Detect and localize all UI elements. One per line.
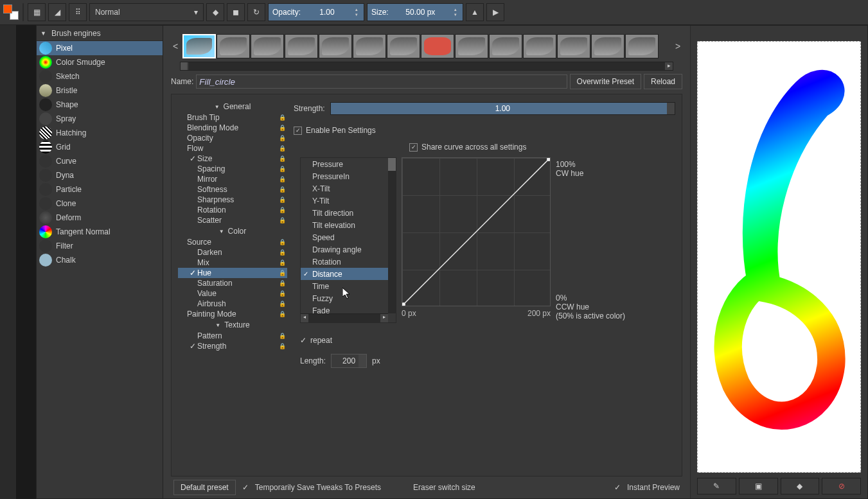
sensor-item[interactable]: Tilt direction [301,207,396,219]
option-item[interactable]: Rotation🔒 [178,205,287,215]
brush-engines-header[interactable]: ▼ Brush engines [37,26,163,41]
opacity-spinner[interactable]: ▴▾ [353,7,360,17]
preset-thumb[interactable] [319,34,352,58]
engine-item[interactable]: Dyna [37,168,163,182]
mirror-v-button[interactable]: ▶ [486,3,504,21]
sensor-hscroll[interactable]: ◂▸ [301,313,388,322]
preset-thumb[interactable] [421,34,454,58]
option-item[interactable]: Scatter🔒 [178,215,287,225]
engine-item[interactable]: Spray [37,112,163,126]
enable-pen-checkbox[interactable]: ✓ [294,127,302,135]
preset-name-input[interactable] [196,74,567,89]
option-item[interactable]: Brush Tip🔒 [178,112,287,123]
preset-scrollbar[interactable]: ◂ ▸ [180,62,673,71]
preset-scroll-left[interactable]: < [171,41,180,51]
sensor-item[interactable]: Tilt elevation [301,219,396,231]
opacity-field[interactable]: Opacity: 1.00 ▴▾ [268,3,364,21]
strength-slider[interactable]: 1.00 [330,102,675,115]
engine-item[interactable]: Pixel [37,41,163,55]
share-curve-checkbox[interactable]: ✓ [409,143,418,152]
sensor-vscroll[interactable] [388,158,396,313]
option-item[interactable]: Mirror🔒 [178,174,287,184]
engine-item[interactable]: Chalk [37,253,163,267]
option-item[interactable]: Blending Mode🔒 [178,123,287,133]
option-item[interactable]: Flow🔒 [178,143,287,153]
size-field[interactable]: Size: 50.00 px ▴▾ [367,3,463,21]
preset-thumb[interactable] [455,34,488,58]
options-section-general[interactable]: ▼General [178,101,287,112]
sensor-item[interactable]: Drawing angle [301,243,396,256]
sensor-item[interactable]: Pressure [301,158,396,170]
mirror-h-button[interactable]: ▲ [466,3,484,21]
sensor-item[interactable]: ✓Distance [301,268,396,280]
options-section-color[interactable]: ▼Color [178,225,287,237]
brush-editor-button[interactable]: ⠿ [69,3,87,21]
overwrite-preset-button[interactable]: Overwrite Preset [570,74,641,89]
option-item[interactable]: Sharpness🔒 [178,195,287,205]
engine-item[interactable]: Tangent Normal [37,225,163,239]
engine-item[interactable]: Deform [37,211,163,225]
option-item[interactable]: Spacing🔒 [178,164,287,174]
engine-item[interactable]: Shape [37,98,163,112]
option-item[interactable]: Airbrush🔒 [178,299,287,309]
option-item[interactable]: Value🔒 [178,288,287,299]
preset-thumb[interactable] [217,34,250,58]
curve-editor[interactable] [402,157,551,306]
repeat-checkbox[interactable]: ✓ [300,336,306,345]
engine-item[interactable]: Color Smudge [37,55,163,69]
alpha-lock-toggle[interactable]: ◼ [227,3,245,21]
engine-item[interactable]: Particle [37,182,163,197]
sensor-item[interactable]: Y-Tilt [301,195,396,207]
options-section-texture[interactable]: ▼Texture [178,319,287,331]
preset-thumb[interactable] [489,34,522,58]
engine-item[interactable]: Filter [37,239,163,253]
engine-item[interactable]: Hatching [37,126,163,140]
preset-thumb[interactable] [591,34,624,58]
temp-save-checkbox[interactable]: ✓ [242,483,249,492]
preset-thumb[interactable] [353,34,386,58]
preset-thumb[interactable] [182,34,216,58]
preview-brush-button[interactable]: ✎ [697,478,736,495]
option-item[interactable]: ✓Hue🔒 [178,268,287,278]
option-item[interactable]: ✓Strength🔒 [178,341,287,351]
option-item[interactable]: Opacity🔒 [178,133,287,143]
default-preset-button[interactable]: Default preset [173,480,236,495]
color-swatch[interactable] [3,4,19,20]
scratchpad-canvas[interactable] [697,41,861,473]
length-input[interactable]: 200 [331,354,367,368]
preview-fill-button[interactable]: ◆ [781,478,820,495]
option-item[interactable]: Saturation🔒 [178,278,287,288]
engine-item[interactable]: Clone [37,197,163,211]
reload-button[interactable]: Reload [644,74,682,89]
option-item[interactable]: Source🔒 [178,237,287,247]
blend-mode-dropdown[interactable]: Normal ▾ [89,3,204,21]
preset-thumb[interactable] [251,34,284,58]
sensor-item[interactable]: Fuzzy [301,292,396,304]
eraser-toggle[interactable]: ◆ [206,3,224,21]
instant-preview-checkbox[interactable]: ✓ [614,483,621,492]
sensor-item[interactable]: PressureIn [301,170,396,182]
option-item[interactable]: Painting Mode🔒 [178,309,287,319]
scroll-right-icon[interactable]: ▸ [665,62,673,70]
option-item[interactable]: ✓Size🔒 [178,153,287,164]
pattern-button[interactable]: ▦ [28,3,46,21]
preview-gradient-button[interactable]: ▣ [739,478,778,495]
engine-item[interactable]: Curve [37,154,163,168]
option-item[interactable]: Pattern🔒 [178,331,287,341]
size-spinner[interactable]: ▴▾ [452,7,459,17]
preview-clear-button[interactable]: ⊘ [822,478,861,495]
option-item[interactable]: Softness🔒 [178,184,287,195]
engine-item[interactable]: Bristle [37,83,163,98]
sensor-item[interactable]: X-Tilt [301,182,396,195]
sensor-item[interactable]: Speed [301,231,396,243]
option-item[interactable]: Darken🔒 [178,247,287,258]
preset-thumb[interactable] [387,34,420,58]
preset-scroll-right[interactable]: > [673,41,682,51]
option-item[interactable]: Mix🔒 [178,258,287,268]
engine-item[interactable]: Grid [37,140,163,154]
preset-thumb[interactable] [557,34,590,58]
sensor-item[interactable]: Rotation [301,256,396,268]
engine-item[interactable]: Sketch [37,69,163,83]
sensor-item[interactable]: Time [301,280,396,292]
brush-preset-button[interactable]: ◢ [48,3,66,21]
